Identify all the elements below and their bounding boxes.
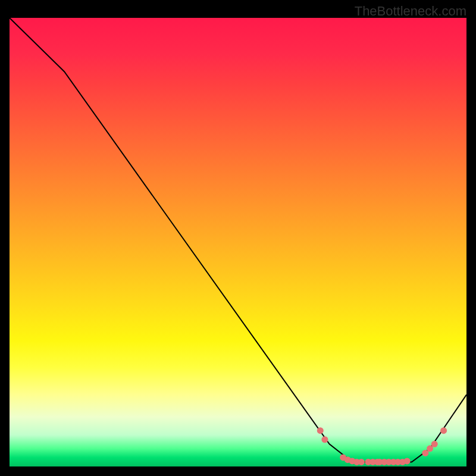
highlight-point [321,436,328,443]
highlight-point [431,441,438,447]
highlight-point [404,458,411,464]
highlight-point [317,427,324,434]
highlight-point [440,427,447,434]
highlight-points-group [317,427,447,465]
attribution-text: TheBottleneck.com [355,4,466,19]
chart-plot-area [10,18,466,466]
highlight-point [358,459,365,465]
bottleneck-curve [10,18,466,462]
chart-svg [10,18,466,466]
